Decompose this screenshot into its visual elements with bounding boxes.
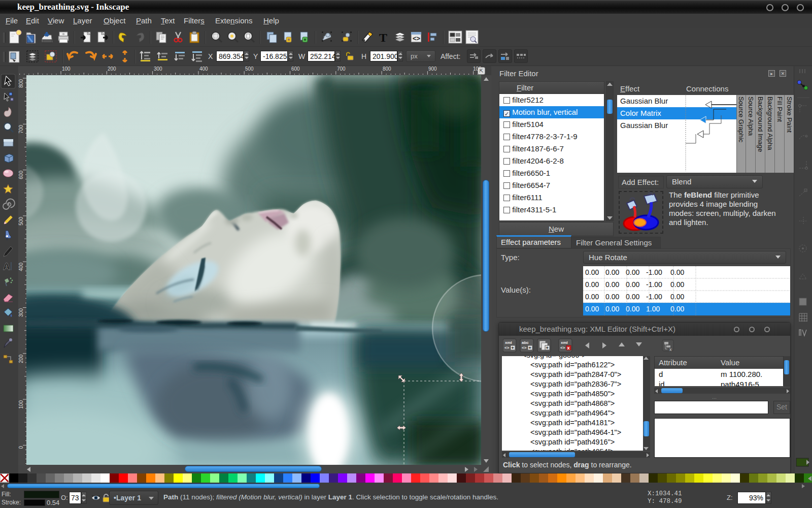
- svg-text:600: 600: [291, 66, 300, 72]
- svg-text:300: 300: [18, 308, 24, 317]
- svg-text:0: 0: [18, 446, 24, 449]
- svg-text:+: +: [529, 345, 531, 351]
- svg-text:800: 800: [18, 79, 24, 88]
- svg-text:500: 500: [18, 217, 24, 226]
- svg-text:800: 800: [383, 66, 391, 72]
- svg-text:500: 500: [245, 66, 254, 72]
- svg-text:x: x: [669, 347, 672, 352]
- svg-text:x: x: [567, 345, 570, 351]
- svg-text:400: 400: [199, 66, 208, 72]
- svg-text:T: T: [379, 31, 387, 44]
- svg-text:100: 100: [62, 66, 71, 72]
- svg-text:300: 300: [154, 66, 162, 72]
- svg-text:<>: <>: [413, 35, 421, 42]
- svg-text:600: 600: [18, 171, 24, 179]
- svg-text:+: +: [546, 345, 549, 351]
- svg-text:100: 100: [18, 400, 24, 409]
- svg-text:700: 700: [18, 125, 24, 134]
- svg-text:xml: xml: [505, 340, 512, 345]
- svg-text:abc: abc: [522, 340, 529, 345]
- svg-text:+: +: [512, 345, 514, 351]
- svg-text:<>: <>: [522, 345, 527, 350]
- svg-text:900: 900: [428, 66, 437, 72]
- svg-text:<>: <>: [560, 345, 565, 350]
- svg-text:700: 700: [337, 66, 346, 72]
- svg-text:xml: xml: [561, 340, 568, 345]
- svg-text:200: 200: [18, 355, 24, 363]
- svg-text:A: A: [3, 261, 10, 272]
- svg-text:400: 400: [18, 263, 24, 271]
- svg-text:200: 200: [108, 66, 116, 72]
- svg-text:<>: <>: [504, 345, 510, 350]
